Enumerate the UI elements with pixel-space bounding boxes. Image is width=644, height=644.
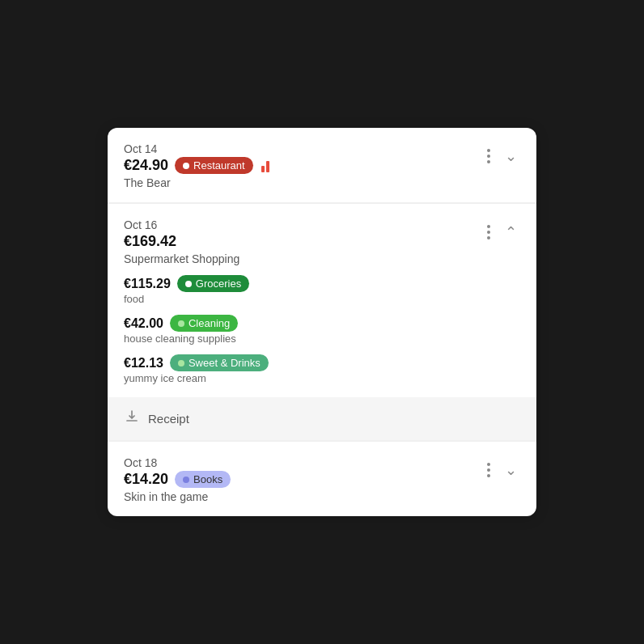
- sub-description: yummy ice cream: [124, 372, 520, 384]
- transaction-date: Oct 14: [124, 142, 269, 155]
- transaction-left: Oct 14 €24.90 Restaurant The Bear: [124, 142, 269, 189]
- dot3: [487, 160, 490, 163]
- transaction-merchant: Skin in the game: [124, 490, 231, 503]
- transaction-actions: ⌃: [484, 222, 520, 243]
- badge-dot: [185, 281, 192, 287]
- badge-dot: [178, 320, 184, 327]
- transaction-amount: €169.42: [124, 233, 176, 250]
- dot1: [487, 463, 490, 466]
- receipt-bar[interactable]: Receipt: [108, 397, 536, 440]
- transaction-merchant: The Bear: [124, 176, 269, 189]
- badge-label: Cleaning: [189, 317, 230, 329]
- sub-amount: €115.29: [124, 277, 171, 291]
- dot2: [487, 231, 490, 234]
- transaction-merchant: Supermarket Shopping: [124, 252, 239, 265]
- dot3: [487, 474, 490, 477]
- more-options-button[interactable]: [484, 461, 494, 479]
- download-icon: [124, 409, 140, 429]
- transaction-row-expanded: Oct 16 €169.42 Supermarket Shopping ⌃: [108, 204, 536, 441]
- transaction-left: Oct 16 €169.42 Supermarket Shopping: [124, 218, 239, 265]
- category-badge-cleaning[interactable]: Cleaning: [170, 315, 238, 332]
- transaction-amount: €14.20: [124, 471, 168, 488]
- transaction-left: Oct 18 €14.20 Books Skin in the game: [124, 456, 231, 503]
- expand-button[interactable]: ⌄: [502, 146, 520, 167]
- more-options-button[interactable]: [484, 223, 494, 241]
- transaction-amount: €24.90: [124, 157, 168, 174]
- sub-items-list: €115.29 Groceries food €42.00 Cleaning: [124, 275, 520, 384]
- sub-amount: €42.00: [124, 316, 163, 331]
- category-badge-sweet[interactable]: Sweet & Drinks: [170, 354, 269, 371]
- category-badge-groceries[interactable]: Groceries: [177, 275, 249, 292]
- transaction-actions: ⌄: [484, 460, 520, 481]
- more-options-button[interactable]: [484, 147, 494, 165]
- expand-button[interactable]: ⌄: [502, 460, 520, 481]
- sub-item-sweet: €12.13 Sweet & Drinks yummy ice cream: [124, 354, 520, 384]
- category-badge-restaurant[interactable]: Restaurant: [175, 157, 253, 174]
- badge-label: Books: [193, 473, 222, 485]
- transaction-date: Oct 16: [124, 218, 239, 231]
- dot1: [487, 225, 490, 228]
- collapse-button[interactable]: ⌃: [502, 222, 520, 243]
- transaction-date: Oct 18: [124, 456, 231, 469]
- dot2: [487, 155, 490, 158]
- dot1: [487, 149, 490, 152]
- transaction-row-books: Oct 18 €14.20 Books Skin in the game ⌄: [108, 442, 536, 516]
- transaction-row: Oct 14 €24.90 Restaurant The Bear: [108, 128, 536, 203]
- badge-dot: [178, 360, 184, 366]
- dot3: [487, 236, 490, 239]
- sub-amount: €12.13: [124, 356, 163, 371]
- badge-dot: [183, 163, 189, 169]
- sub-item-groceries: €115.29 Groceries food: [124, 275, 520, 305]
- transaction-actions: ⌄: [484, 146, 520, 167]
- sub-description: house cleaning supplies: [124, 333, 520, 345]
- transactions-card: Oct 14 €24.90 Restaurant The Bear: [108, 128, 536, 516]
- badge-label: Restaurant: [193, 159, 245, 172]
- sub-item-cleaning: €42.00 Cleaning house cleaning supplies: [124, 315, 520, 345]
- sub-description: food: [124, 293, 520, 305]
- dot2: [487, 468, 490, 472]
- badge-label: Groceries: [196, 278, 241, 290]
- badge-dot: [183, 477, 189, 483]
- badge-label: Sweet & Drinks: [189, 357, 261, 369]
- bar1: [261, 166, 265, 172]
- category-badge-books[interactable]: Books: [175, 471, 231, 488]
- bar2: [266, 161, 269, 172]
- receipt-label: Receipt: [148, 412, 189, 426]
